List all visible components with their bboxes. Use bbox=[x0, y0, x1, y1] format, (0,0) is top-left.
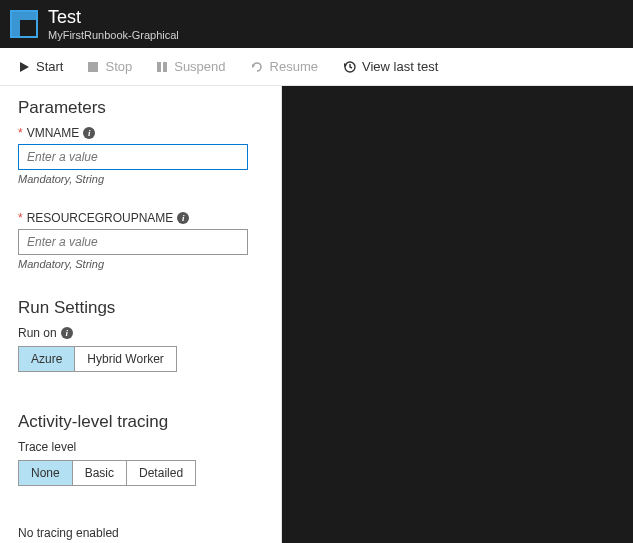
view-last-test-button[interactable]: View last test bbox=[332, 53, 448, 80]
trace-detailed[interactable]: Detailed bbox=[127, 461, 195, 485]
history-icon bbox=[342, 60, 356, 74]
start-label: Start bbox=[36, 59, 63, 74]
page-subtitle: MyFirstRunbook-Graphical bbox=[48, 29, 179, 41]
rgname-input[interactable] bbox=[18, 229, 248, 255]
required-mark: * bbox=[18, 126, 23, 140]
output-pane bbox=[282, 86, 633, 543]
start-button[interactable]: Start bbox=[8, 53, 73, 80]
trace-none[interactable]: None bbox=[19, 461, 73, 485]
play-icon bbox=[18, 61, 30, 73]
run-on-toggle: Azure Hybrid Worker bbox=[18, 346, 177, 372]
resume-button[interactable]: Resume bbox=[240, 53, 328, 80]
resume-icon bbox=[250, 60, 264, 74]
trace-basic[interactable]: Basic bbox=[73, 461, 127, 485]
run-on-label: Run on bbox=[18, 326, 57, 340]
blade-header: Test MyFirstRunbook-Graphical bbox=[0, 0, 633, 48]
stop-button[interactable]: Stop bbox=[77, 53, 142, 80]
parameters-heading: Parameters bbox=[18, 98, 263, 118]
trace-level-label: Trace level bbox=[18, 440, 76, 454]
left-pane: Parameters * VMNAME i Mandatory, String … bbox=[0, 86, 282, 543]
stop-label: Stop bbox=[105, 59, 132, 74]
required-mark: * bbox=[18, 211, 23, 225]
tracing-heading: Activity-level tracing bbox=[18, 412, 263, 432]
suspend-button[interactable]: Suspend bbox=[146, 53, 235, 80]
tracing-message: No tracing enabled bbox=[18, 526, 263, 540]
svg-rect-1 bbox=[157, 62, 161, 72]
vmname-input[interactable] bbox=[18, 144, 248, 170]
vmname-help: Mandatory, String bbox=[18, 173, 263, 185]
info-icon[interactable]: i bbox=[83, 127, 95, 139]
rgname-help: Mandatory, String bbox=[18, 258, 263, 270]
vmname-label: VMNAME bbox=[27, 126, 80, 140]
tracing-section: Activity-level tracing Trace level None … bbox=[18, 412, 263, 540]
view-last-label: View last test bbox=[362, 59, 438, 74]
run-settings-section: Run Settings Run on i Azure Hybrid Worke… bbox=[18, 298, 263, 372]
resume-label: Resume bbox=[270, 59, 318, 74]
rgname-label: RESOURCEGROUPNAME bbox=[27, 211, 174, 225]
stop-icon bbox=[87, 61, 99, 73]
trace-level-toggle: None Basic Detailed bbox=[18, 460, 196, 486]
runbook-icon bbox=[10, 10, 38, 38]
svg-rect-2 bbox=[163, 62, 167, 72]
vmname-field: * VMNAME i Mandatory, String bbox=[18, 126, 263, 185]
svg-rect-0 bbox=[88, 62, 98, 72]
pause-icon bbox=[156, 61, 168, 73]
info-icon[interactable]: i bbox=[61, 327, 73, 339]
run-on-azure[interactable]: Azure bbox=[19, 347, 75, 371]
run-settings-heading: Run Settings bbox=[18, 298, 263, 318]
info-icon[interactable]: i bbox=[177, 212, 189, 224]
rgname-field: * RESOURCEGROUPNAME i Mandatory, String bbox=[18, 211, 263, 270]
toolbar: Start Stop Suspend Resume View last test bbox=[0, 48, 633, 86]
run-on-hybrid[interactable]: Hybrid Worker bbox=[75, 347, 175, 371]
page-title: Test bbox=[48, 7, 179, 28]
suspend-label: Suspend bbox=[174, 59, 225, 74]
